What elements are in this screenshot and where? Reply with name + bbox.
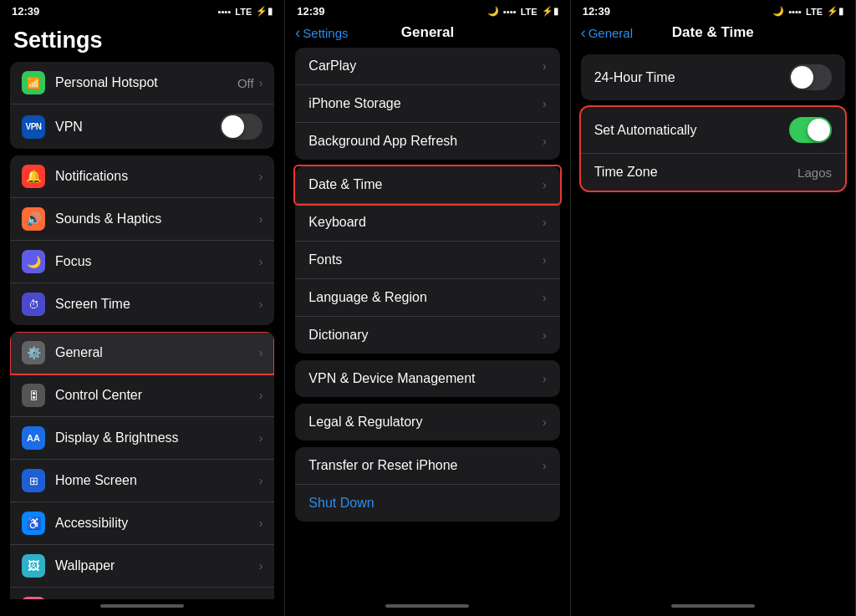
moon-icon-3: 🌙: [772, 6, 784, 17]
general-item-carplay[interactable]: CarPlay ›: [295, 48, 559, 85]
vpn-icon: VPN: [22, 115, 45, 139]
display-label: Display & Brightness: [55, 430, 259, 445]
dt-scroll[interactable]: 24-Hour Time Set Automatically Time Zone…: [571, 48, 855, 599]
focus-label: Focus: [55, 254, 259, 269]
vpn-toggle[interactable]: [220, 114, 262, 140]
general-item-vpn-device[interactable]: VPN & Device Management ›: [295, 360, 559, 397]
settings-item-focus[interactable]: 🌙 Focus ›: [10, 241, 274, 283]
general-item-fonts[interactable]: Fonts ›: [295, 242, 559, 279]
set-auto-toggle[interactable]: [789, 117, 832, 143]
fonts-chevron: ›: [543, 253, 547, 267]
wallpaper-label: Wallpaper: [55, 558, 259, 573]
settings-item-personal-hotspot[interactable]: 📶 Personal Hotspot Off ›: [10, 62, 274, 104]
home-indicator-3: [571, 599, 855, 616]
general-nav-bar: ‹ Settings General: [285, 21, 569, 48]
settings-item-accessibility[interactable]: ♿ Accessibility ›: [10, 502, 274, 545]
transfer-chevron: ›: [543, 459, 547, 472]
general-chevron: ›: [259, 346, 263, 359]
focus-chevron: ›: [259, 255, 263, 268]
general-group-3: VPN & Device Management ›: [295, 360, 559, 397]
dictionary-label: Dictionary: [308, 328, 543, 343]
settings-item-siri[interactable]: ◎ Siri & Search ›: [10, 588, 274, 599]
focus-icon: 🌙: [22, 250, 45, 273]
screen-time-label: Screen Time: [55, 297, 259, 312]
timezone-value: Lagos: [797, 165, 832, 180]
wallpaper-icon: 🖼: [22, 554, 45, 578]
accessibility-label: Accessibility: [55, 516, 259, 531]
settings-item-display[interactable]: AA Display & Brightness ›: [10, 417, 274, 460]
moon-icon-2: 🌙: [487, 6, 499, 17]
settings-item-vpn[interactable]: VPN VPN: [10, 104, 274, 149]
24hour-toggle[interactable]: [789, 64, 832, 90]
set-auto-label: Set Automatically: [594, 123, 789, 138]
notifications-chevron: ›: [259, 170, 263, 183]
general-back-button[interactable]: ‹ Settings: [295, 25, 348, 40]
settings-item-wallpaper[interactable]: 🖼 Wallpaper ›: [10, 545, 274, 588]
time-3: 12:39: [583, 5, 610, 18]
settings-scroll[interactable]: 📶 Personal Hotspot Off › VPN VPN 🔔 Notif…: [0, 62, 284, 599]
settings-item-control-center[interactable]: 🎛 Control Center ›: [10, 374, 274, 417]
lte-label-1: LTE: [235, 7, 252, 17]
home-bar-3: [671, 604, 755, 608]
settings-title: Settings: [0, 21, 284, 62]
personal-hotspot-label: Personal Hotspot: [55, 75, 237, 90]
settings-item-notifications[interactable]: 🔔 Notifications ›: [10, 155, 274, 198]
shutdown-label: Shut Down: [308, 496, 546, 511]
status-icons-3: 🌙 ▪▪▪▪ LTE ⚡▮: [772, 6, 843, 17]
notifications-icon: 🔔: [22, 165, 45, 188]
status-icons-1: ▪▪▪▪ LTE ⚡▮: [218, 6, 273, 17]
accessibility-icon: ♿: [22, 512, 45, 535]
personal-hotspot-icon: 📶: [22, 71, 45, 94]
settings-panel: 12:39 ▪▪▪▪ LTE ⚡▮ Settings 📶 Personal Ho…: [0, 0, 285, 616]
general-icon: ⚙️: [22, 341, 45, 364]
settings-item-general[interactable]: ⚙️ General ›: [10, 332, 274, 374]
general-item-keyboard[interactable]: Keyboard ›: [295, 204, 559, 242]
general-item-bg-refresh[interactable]: Background App Refresh ›: [295, 123, 559, 160]
carplay-label: CarPlay: [308, 59, 543, 74]
signal-icon-1: ▪▪▪▪: [218, 7, 232, 17]
sounds-label: Sounds & Haptics: [55, 211, 259, 227]
settings-group-general: ⚙️ General › 🎛 Control Center › AA Displ…: [10, 332, 274, 599]
general-item-legal[interactable]: Legal & Regulatory ›: [295, 404, 559, 440]
control-center-label: Control Center: [55, 388, 259, 403]
general-group-4: Legal & Regulatory ›: [295, 404, 559, 440]
home-indicator-1: [0, 599, 284, 616]
general-item-transfer[interactable]: Transfer or Reset iPhone ›: [295, 447, 559, 485]
status-bar-2: 12:39 🌙 ▪▪▪▪ LTE ⚡▮: [285, 0, 569, 21]
general-item-shutdown[interactable]: Shut Down: [295, 485, 559, 522]
lte-label-3: LTE: [806, 7, 823, 17]
dt-row-set-auto[interactable]: Set Automatically: [581, 107, 845, 154]
dt-row-24hour[interactable]: 24-Hour Time: [581, 54, 845, 100]
home-bar-2: [385, 604, 469, 608]
language-label: Language & Region: [308, 290, 543, 305]
iphone-storage-label: iPhone Storage: [308, 96, 543, 111]
general-back-label: Settings: [303, 26, 348, 40]
screen-time-chevron: ›: [259, 298, 263, 311]
date-time-panel: 12:39 🌙 ▪▪▪▪ LTE ⚡▮ ‹ General Date & Tim…: [571, 0, 856, 616]
date-time-label: Date & Time: [308, 177, 543, 192]
settings-item-screen-time[interactable]: ⏱ Screen Time ›: [10, 283, 274, 325]
general-scroll[interactable]: CarPlay › iPhone Storage › Background Ap…: [285, 48, 569, 599]
general-item-date-time[interactable]: Date & Time ›: [295, 166, 559, 204]
carplay-chevron: ›: [543, 59, 547, 73]
display-icon: AA: [22, 426, 45, 450]
dt-group-1: 24-Hour Time: [581, 54, 845, 100]
settings-item-sounds[interactable]: 🔊 Sounds & Haptics ›: [10, 198, 274, 241]
set-auto-toggle-thumb: [808, 119, 830, 141]
general-item-dictionary[interactable]: Dictionary ›: [295, 317, 559, 354]
bg-refresh-chevron: ›: [543, 135, 547, 148]
dt-row-timezone[interactable]: Time Zone Lagos: [581, 154, 845, 191]
general-item-iphone-storage[interactable]: iPhone Storage ›: [295, 85, 559, 123]
dt-back-button[interactable]: ‹ General: [581, 25, 633, 40]
settings-group-mid: 🔔 Notifications › 🔊 Sounds & Haptics › 🌙…: [10, 155, 274, 325]
personal-hotspot-chevron: ›: [259, 76, 263, 89]
settings-group-top: 📶 Personal Hotspot Off › VPN VPN: [10, 62, 274, 149]
general-item-language[interactable]: Language & Region ›: [295, 279, 559, 317]
notifications-label: Notifications: [55, 169, 259, 184]
display-chevron: ›: [259, 431, 263, 445]
time-1: 12:39: [12, 5, 39, 18]
signal-icon-3: ▪▪▪▪: [788, 7, 802, 17]
transfer-label: Transfer or Reset iPhone: [308, 458, 543, 473]
date-time-chevron: ›: [543, 178, 547, 191]
settings-item-home-screen[interactable]: ⊞ Home Screen ›: [10, 460, 274, 502]
